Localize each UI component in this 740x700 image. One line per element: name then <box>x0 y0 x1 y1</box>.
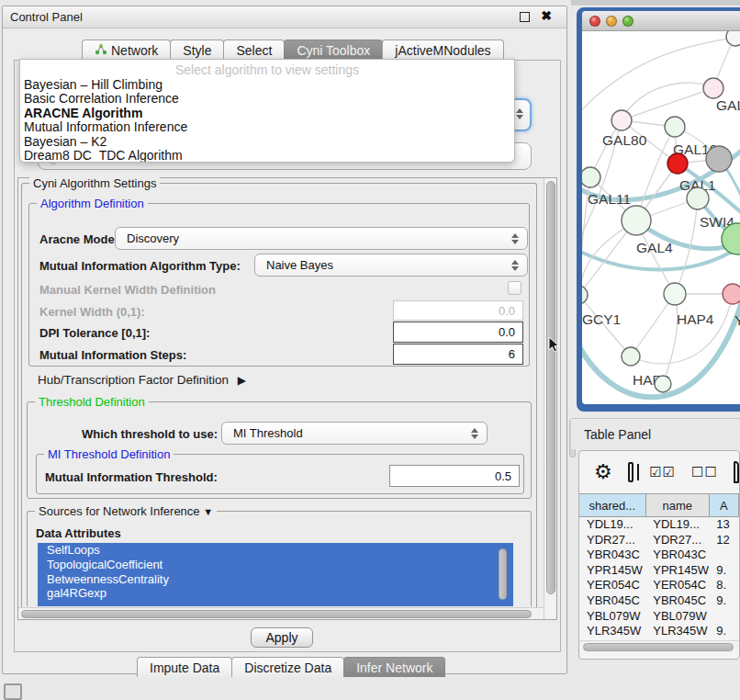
table-cell[interactable]: 13 <box>709 517 739 533</box>
table-cell[interactable]: YLR345W <box>645 624 709 639</box>
network-node-hap4[interactable] <box>664 283 686 305</box>
sources-title[interactable]: Sources for Network Inference ▼ <box>35 504 217 518</box>
network-canvas[interactable]: GALGAL80GAL10GAL1GAL11SWI4GAL4GCY1HAP4YH… <box>582 31 740 404</box>
table-cell[interactable]: 9. <box>709 593 739 609</box>
network-node[interactable] <box>655 376 671 392</box>
network-node-gal4[interactable] <box>622 206 651 235</box>
network-node-gal[interactable] <box>703 78 723 98</box>
network-node-gcy1[interactable] <box>582 286 588 304</box>
table-cell[interactable]: YDR27... <box>645 533 709 548</box>
network-node-gal10[interactable] <box>665 117 685 137</box>
tab-cyni-toolbox[interactable]: Cyni Toolbox <box>284 40 383 60</box>
export-table-icon[interactable] <box>734 461 739 483</box>
table-cell[interactable]: YDL19... <box>579 517 645 533</box>
settings-vscroll-thumb[interactable] <box>546 181 555 594</box>
network-edge[interactable] <box>622 83 713 120</box>
which-threshold-combo[interactable]: MI Threshold <box>221 422 488 445</box>
column-header-a[interactable]: A <box>710 494 739 516</box>
column-header-shared[interactable]: shared... <box>579 494 646 516</box>
table-cell[interactable]: YBL079W <box>645 609 709 625</box>
dpi-tolerance-field[interactable]: 0.0 <box>393 322 523 343</box>
table-row[interactable]: YER054CYER054C8. <box>579 578 739 593</box>
tab-select[interactable]: Select <box>223 40 285 60</box>
network-node[interactable] <box>706 146 732 172</box>
network-node-gal80[interactable] <box>611 110 632 130</box>
close-traffic-light[interactable] <box>589 16 600 27</box>
network-node[interactable] <box>726 31 740 46</box>
close-icon[interactable]: ✖ <box>541 8 552 23</box>
attributes-scrollbar[interactable] <box>499 548 507 600</box>
dropdown-item-aracne-algorithm[interactable]: ARACNE Algorithm <box>20 107 514 120</box>
table-row[interactable]: YBR045CYBR045C9. <box>579 593 739 609</box>
attribute-item-selfloops[interactable]: SelfLoops <box>38 543 513 558</box>
table-cell[interactable]: 12 <box>709 533 739 548</box>
columns-icon[interactable] <box>628 462 633 482</box>
tab-jactivemnodules[interactable]: jActiveMNodules <box>382 40 503 60</box>
table-cell[interactable]: YBL079W <box>579 609 645 625</box>
table-cell[interactable]: YDR27... <box>579 533 645 548</box>
table-cell[interactable]: YBR043C <box>645 548 709 563</box>
network-edge[interactable] <box>622 88 713 120</box>
table-cell[interactable]: YBR045C <box>645 593 709 609</box>
float-window-icon[interactable] <box>520 12 530 22</box>
tab-discretize-data[interactable]: Discretize Data <box>231 657 344 677</box>
table-cell[interactable] <box>709 548 739 563</box>
table-cell[interactable]: YLR345W <box>579 624 645 639</box>
data-attributes-list[interactable]: SelfLoopsTopologicalCoefficientBetweenne… <box>38 543 513 606</box>
dropdown-item-dream8-dc-tdc-algorithm[interactable]: Dream8 DC_TDC Algorithm <box>20 149 514 163</box>
table-row[interactable]: YBL079WYBL079W <box>579 609 739 625</box>
mi-steps-field[interactable]: 6 <box>393 344 523 365</box>
unselect-all-columns-icon[interactable]: ☐☐ <box>691 464 718 480</box>
dropdown-item-bayesian-hill-climbing[interactable]: Bayesian – Hill Climbing <box>20 78 514 92</box>
table-cell[interactable]: 9. <box>709 624 739 639</box>
network-window-titlebar[interactable] <box>582 11 740 31</box>
table-horizontal-scrollbar[interactable] <box>579 640 739 653</box>
table-cell[interactable]: YPR145W <box>645 563 709 579</box>
mi-threshold-field[interactable]: 0.5 <box>389 465 520 487</box>
tab-impute-data[interactable]: Impute Data <box>137 657 232 677</box>
zoom-traffic-light[interactable] <box>622 16 633 27</box>
tab-network[interactable]: Network <box>82 40 171 60</box>
network-node-y[interactable] <box>723 284 740 304</box>
settings-vertical-scrollbar[interactable] <box>544 178 555 619</box>
settings-horizontal-scrollbar[interactable] <box>18 607 544 619</box>
kernel-width-field[interactable]: 0.0 <box>393 300 523 321</box>
dropdown-item-bayesian-k2[interactable]: Bayesian – K2 <box>20 135 514 149</box>
attribute-item-topologicalcoefficient[interactable]: TopologicalCoefficient <box>38 558 513 572</box>
column-header-name[interactable]: name <box>646 494 710 516</box>
select-all-columns-icon[interactable]: ☑☑ <box>649 464 676 480</box>
table-cell[interactable] <box>709 609 739 625</box>
table-cell[interactable]: 8. <box>709 578 739 593</box>
table-row[interactable]: YPR145WYPR145W9. <box>579 563 739 579</box>
attribute-item-betweennesscentrality[interactable]: BetweennessCentrality <box>38 572 513 587</box>
minimize-traffic-light[interactable] <box>606 16 617 27</box>
network-node-swi4[interactable] <box>687 187 709 209</box>
minimized-panel-icon[interactable] <box>4 683 22 700</box>
table-cell[interactable]: 9. <box>709 563 739 579</box>
table-cell[interactable]: YBR045C <box>579 593 645 609</box>
mi-type-combo[interactable]: Naive Bayes <box>254 254 528 277</box>
manual-kernel-checkbox[interactable] <box>508 281 521 295</box>
network-node-gal11[interactable] <box>582 167 600 187</box>
table-cell[interactable]: YER054C <box>579 578 645 593</box>
network-node-hap2[interactable] <box>622 347 640 366</box>
aracne-mode-combo[interactable]: Discovery <box>115 227 528 250</box>
table-row[interactable]: YDL19...YDL19...13 <box>579 517 739 533</box>
table-hscroll-thumb[interactable] <box>583 643 734 651</box>
tab-infer-network[interactable]: Infer Network <box>343 657 445 677</box>
tab-style[interactable]: Style <box>170 40 224 60</box>
table-row[interactable]: YLR345WYLR345W9. <box>579 624 739 639</box>
dropdown-item-mutual-information-inference[interactable]: Mutual Information Inference <box>20 120 514 134</box>
hub-definition-toggle[interactable]: Hub/Transcription Factor Definition ▶ <box>38 373 246 387</box>
table-cell[interactable]: YER054C <box>645 578 709 593</box>
table-cell[interactable]: YPR145W <box>579 563 645 579</box>
attribute-item-gal4rgexp[interactable]: gal4RGexp <box>38 586 513 601</box>
gear-icon[interactable]: ⚙ <box>594 460 612 484</box>
table-cell[interactable]: YBR043C <box>579 548 645 563</box>
dropdown-item-basic-correlation-inference[interactable]: Basic Correlation Inference <box>20 92 514 106</box>
table-cell[interactable]: YDL19... <box>645 517 709 533</box>
network-node-gal1[interactable] <box>667 153 688 174</box>
apply-button[interactable]: Apply <box>251 627 313 648</box>
settings-hscroll-thumb[interactable] <box>21 610 532 618</box>
table-row[interactable]: YBR043CYBR043C <box>579 548 739 563</box>
